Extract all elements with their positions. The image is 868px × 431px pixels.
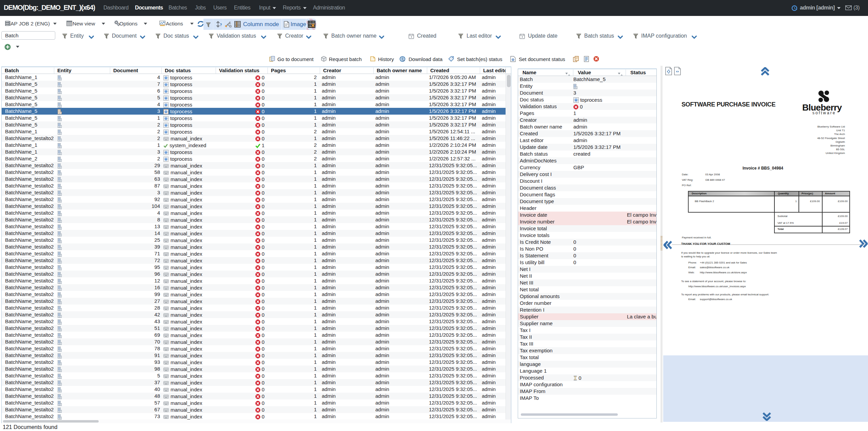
svg-text:?: ? xyxy=(220,23,222,27)
